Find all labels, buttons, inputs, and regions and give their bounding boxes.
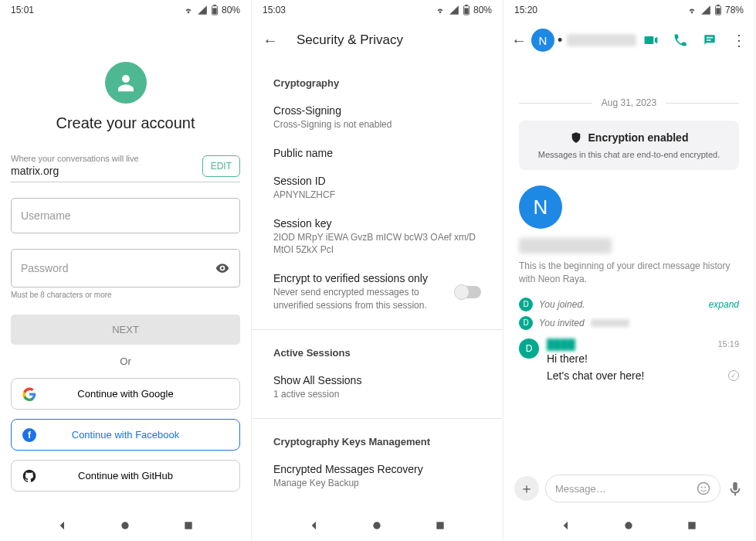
setting-sub: APNYNLZHCF [273, 189, 481, 202]
expand-button[interactable]: expand [709, 299, 739, 310]
back-button[interactable]: ← [263, 32, 278, 49]
date-divider: Aug 31, 2023 [519, 97, 739, 108]
message-text: Let's chat over here! [547, 369, 644, 382]
setting-sub: Manage Key Backup [273, 477, 481, 490]
header-title: Security & Privacy [297, 32, 403, 48]
nav-back-icon[interactable] [308, 519, 320, 532]
nav-home-icon[interactable] [622, 519, 635, 532]
video-call-icon[interactable] [643, 32, 659, 48]
svg-rect-1 [213, 5, 216, 6]
setting-show-all-sessions[interactable]: Show All Sessions 1 active session [252, 366, 503, 409]
battery-icon [463, 5, 470, 15]
nav-home-icon[interactable] [119, 519, 131, 532]
svg-rect-7 [464, 8, 468, 14]
edit-server-button[interactable]: EDIT [202, 155, 240, 177]
svg-rect-17 [688, 522, 695, 529]
back-button[interactable]: ← [511, 32, 527, 49]
emoji-icon[interactable] [697, 481, 710, 495]
next-button[interactable]: NEXT [11, 315, 240, 345]
toggle-switch[interactable] [455, 286, 481, 298]
svg-rect-9 [436, 522, 443, 529]
message-text-2: Let's chat over here! ✓ [547, 369, 739, 382]
status-bar: 15:03 80% [252, 0, 503, 20]
signal-icon [449, 5, 459, 15]
password-input[interactable]: Password [11, 249, 240, 288]
svg-point-3 [122, 522, 129, 529]
presence-dot: • [558, 32, 562, 49]
event-avatar: D [519, 298, 533, 311]
event-text: You invited [539, 318, 585, 328]
svg-point-15 [704, 487, 706, 488]
nav-recent-icon[interactable] [182, 519, 195, 532]
svg-rect-11 [717, 5, 720, 6]
oauth-facebook-button[interactable]: f Continue with Facebook [11, 419, 240, 451]
server-value: matrix.org [11, 165, 202, 177]
message-block: D ████ 15:19 Hi there! [519, 339, 739, 365]
setting-cross-signing[interactable]: Cross-Signing Cross-Signing is not enabl… [252, 97, 503, 139]
clock: 15:03 [263, 5, 286, 15]
battery-text: 78% [725, 5, 744, 15]
status-icons: 78% [687, 5, 744, 15]
oauth-google-button[interactable]: Continue with Google [11, 378, 240, 410]
battery-text: 80% [222, 5, 240, 15]
avatar-placeholder [105, 62, 147, 104]
oauth-google-label: Continue with Google [77, 388, 173, 400]
contact-name-blurred [567, 34, 636, 46]
overflow-menu-icon[interactable]: ⋮ [731, 31, 747, 49]
event-joined: D You joined. expand [503, 295, 754, 314]
status-icons: 80% [183, 5, 240, 15]
nav-back-icon[interactable] [56, 519, 69, 532]
contact-avatar-large: N [519, 185, 562, 229]
message-sender-blurred: ████ [547, 339, 575, 350]
username-input[interactable]: Username [11, 198, 240, 233]
mic-icon[interactable] [727, 480, 744, 497]
nav-recent-icon[interactable] [434, 519, 446, 532]
nav-bar [0, 510, 251, 541]
event-invited: D You invited [503, 314, 754, 332]
oauth-github-label: Continue with GitHub [78, 470, 173, 481]
message-input[interactable]: Message… [545, 475, 720, 502]
contact-name-large-blurred [519, 238, 612, 253]
status-bar: 15:20 78% [503, 0, 754, 20]
voice-call-icon[interactable] [673, 32, 688, 48]
nav-bar [503, 510, 754, 541]
svg-rect-12 [716, 8, 720, 14]
battery-icon [211, 5, 219, 15]
screen-security-privacy: 15:03 80% ← Security & Privacy Cryptogra… [252, 0, 503, 541]
add-attachment-button[interactable]: ＋ [514, 476, 539, 501]
github-icon [22, 469, 36, 483]
server-row: Where your conversations will live matri… [11, 154, 240, 182]
composer: ＋ Message… [503, 467, 754, 510]
message-time: 15:19 [717, 339, 739, 349]
clock: 15:20 [514, 5, 537, 15]
setting-title: Cross-Signing [273, 104, 481, 117]
setting-sub: Cross-Signing is not enabled [273, 118, 481, 131]
setting-recovery[interactable]: Encrypted Messages Recovery Manage Key B… [252, 455, 503, 498]
setting-sub: 1 active session [273, 388, 481, 401]
setting-session-key[interactable]: Session key 2IOD MRpY iEWA GvzB mICW bcW… [252, 209, 503, 265]
nav-recent-icon[interactable] [686, 519, 698, 532]
nav-home-icon[interactable] [371, 519, 383, 532]
screen-create-account: 15:01 80% Create your account Where your… [0, 0, 252, 541]
setting-encrypt-verified[interactable]: Encrypt to verified sessions only Never … [252, 264, 503, 320]
setting-public-name[interactable]: Public name [252, 139, 503, 167]
clock: 15:01 [11, 5, 34, 15]
password-placeholder: Password [21, 262, 68, 274]
contact-avatar[interactable]: N [531, 29, 554, 52]
google-icon [22, 387, 36, 401]
message-text: Hi there! [547, 352, 739, 365]
event-text: You joined. [539, 299, 585, 310]
svg-point-13 [698, 483, 710, 495]
wifi-icon [435, 5, 446, 15]
wifi-icon [183, 5, 194, 15]
thread-icon[interactable] [702, 32, 717, 48]
nav-back-icon[interactable] [560, 519, 572, 532]
setting-session-id[interactable]: Session ID APNYNLZHCF [252, 167, 503, 209]
encryption-sub: Messages in this chat are end-to-end enc… [530, 150, 728, 159]
oauth-github-button[interactable]: Continue with GitHub [11, 460, 240, 492]
setting-title: Session key [273, 217, 481, 230]
svg-point-14 [701, 487, 703, 488]
setting-sub: Never send encrypted messages to unverif… [273, 286, 442, 312]
svg-rect-4 [185, 522, 192, 529]
eye-icon[interactable] [215, 260, 230, 276]
